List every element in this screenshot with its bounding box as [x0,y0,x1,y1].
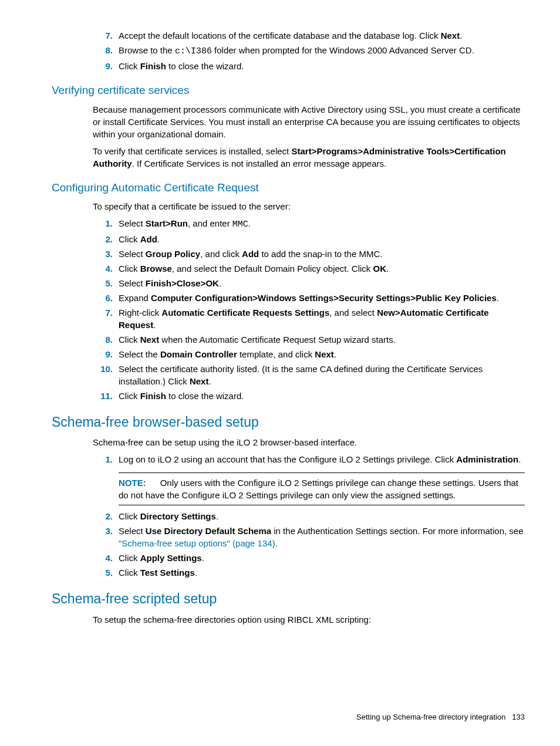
configuring-intro: To specify that a certificate be issued … [93,200,525,212]
heading-verifying: Verifying certificate services [52,83,525,99]
list-number: 9. [93,348,119,360]
list-text: Click Directory Settings. [119,510,525,522]
list-number: 11. [93,390,119,402]
page-footer: Setting up Schema-free directory integra… [356,712,525,723]
list-number: 2. [93,233,119,245]
list-text: Select Finish>Close>OK. [119,277,525,289]
heading-scripted-setup: Schema-free scripted setup [52,589,525,608]
browser-setup-list2: 2.Click Directory Settings.3.Select Use … [93,510,525,579]
list-text: Select the Domain Controller template, a… [119,348,525,360]
list-text: Click Apply Settings. [119,552,525,564]
list-number: 8. [93,44,119,58]
list-item: 4.Click Apply Settings. [93,552,525,564]
list-item: 2.Click Add. [93,233,525,245]
footer-text: Setting up Schema-free directory integra… [356,713,505,721]
list-text: Click Finish to close the wizard. [119,390,525,402]
heading-configuring: Configuring Automatic Certificate Reques… [52,180,525,196]
verifying-p1: Because management processors communicat… [93,103,525,140]
list-item: 1.Select Start>Run, and enter MMC. [93,217,525,231]
list-item: 7.Accept the default locations of the ce… [93,29,525,42]
list-text: Select the certificate authority listed.… [119,363,525,387]
list-text: Click Add. [119,233,525,245]
list-item: 4.Click Browse, and select the Default D… [93,262,525,275]
list-item: 11.Click Finish to close the wizard. [93,390,525,402]
page-root: 7.Accept the default locations of the ce… [0,0,560,746]
list-text: Click Next when the Automatic Certificat… [119,333,525,346]
note-box: NOTE:Only users with the Configure iLO 2… [119,472,525,505]
note-label: NOTE: [119,478,160,488]
list-item: 2.Click Directory Settings. [93,510,525,522]
list-item: 7.Right-click Automatic Certificate Requ… [93,306,525,331]
list-text: Select Start>Run, and enter MMC. [119,217,525,231]
list-text: Expand Computer Configuration>Windows Se… [119,292,525,304]
list-item: 9.Click Finish to close the wizard. [93,60,525,72]
list-text: Click Browse, and select the Default Dom… [119,262,525,275]
list-number: 9. [93,60,119,72]
footer-page: 133 [512,713,525,721]
list-number: 7. [93,29,119,42]
list-number: 4. [93,552,119,564]
browser-setup-list1: 1.Log on to iLO 2 using an account that … [93,453,525,465]
list-number: 3. [93,248,119,260]
list-number: 4. [93,262,119,275]
note-text: Only users with the Configure iLO 2 Sett… [119,478,518,500]
list-number: 2. [93,510,119,522]
browser-setup-intro: Schema-free can be setup using the iLO 2… [93,436,525,448]
list-number: 6. [93,292,119,304]
list-item: 1.Log on to iLO 2 using an account that … [93,453,525,465]
note-wrapper: NOTE:Only users with the Configure iLO 2… [93,468,525,510]
list-number: 5. [93,566,119,579]
verifying-p2: To verify that certificate services is i… [93,145,525,170]
list-text: Accept the default locations of the cert… [119,29,525,42]
list-text: Log on to iLO 2 using an account that ha… [119,453,525,465]
heading-browser-setup: Schema-free browser-based setup [52,413,525,431]
scripted-setup-intro: To setup the schema-free directories opt… [93,613,525,626]
list-text: Right-click Automatic Certificate Reques… [119,306,525,331]
list-item: 3.Select Group Policy, and click Add to … [93,248,525,260]
list-item: 8.Browse to the c:\I386 folder when prom… [93,44,525,58]
list-text: Select Group Policy, and click Add to ad… [119,248,525,260]
list-number: 5. [93,277,119,289]
list-number: 10. [93,363,119,387]
list-number: 1. [93,453,119,465]
list-item: 5.Select Finish>Close>OK. [93,277,525,289]
list-text: Browse to the c:\I386 folder when prompt… [119,44,525,58]
list-text: Click Finish to close the wizard. [119,60,525,72]
list-item: 5.Click Test Settings. [93,566,525,579]
list-item: 3.Select Use Directory Default Schema in… [93,525,525,549]
list-number: 8. [93,333,119,346]
list-number: 7. [93,306,119,331]
list-text: Click Test Settings. [119,566,525,579]
list-item: 6.Expand Computer Configuration>Windows … [93,292,525,304]
list-text: Select Use Directory Default Schema in t… [119,525,525,549]
top-ordered-list: 7.Accept the default locations of the ce… [93,29,525,72]
list-number: 3. [93,525,119,549]
list-item: 9.Select the Domain Controller template,… [93,348,525,360]
list-number: 1. [93,217,119,231]
list-item: 8.Click Next when the Automatic Certific… [93,333,525,346]
configuring-list: 1.Select Start>Run, and enter MMC.2.Clic… [93,217,525,402]
list-item: 10.Select the certificate authority list… [93,363,525,387]
